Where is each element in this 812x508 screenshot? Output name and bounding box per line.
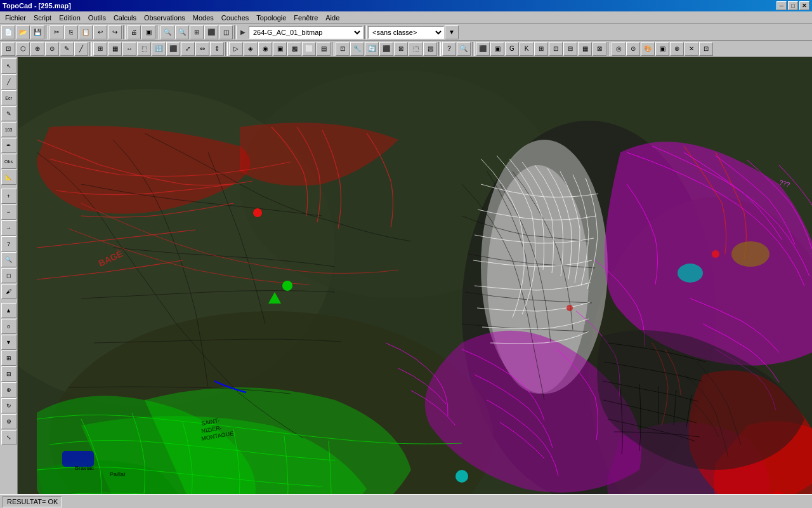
tb-dropdown-arrow[interactable]: ▼ [445, 25, 459, 39]
menu-observations[interactable]: Observations [140, 13, 189, 23]
tb2-b11[interactable]: 🔢 [152, 42, 166, 56]
menu-outils[interactable]: Outils [84, 13, 110, 23]
tb2-b44[interactable]: ▣ [655, 42, 669, 56]
tb2-b33[interactable]: ▣ [490, 42, 504, 56]
tb2-b40[interactable]: ⊠ [593, 42, 606, 56]
tb-zoom-out[interactable]: 🔍 [175, 25, 189, 39]
tb2-b26[interactable]: ⬛ [379, 42, 393, 56]
tb-copy[interactable]: ⎘ [64, 25, 78, 39]
tb-new[interactable]: 📄 [1, 25, 15, 39]
tb-paste[interactable]: 📋 [79, 25, 93, 39]
lt-plus[interactable]: + [1, 189, 16, 204]
tb-save[interactable]: 💾 [30, 25, 44, 39]
lt-minus[interactable]: − [1, 204, 16, 220]
lt-question[interactable]: ? [1, 236, 16, 251]
minimize-button[interactable]: ─ [776, 1, 787, 10]
tb-cut[interactable]: ✂ [49, 25, 63, 39]
tb2-b45[interactable]: ⊗ [670, 42, 684, 56]
menu-calculs[interactable]: Calculs [110, 13, 140, 23]
tb2-b7[interactable]: ⊞ [93, 42, 107, 56]
tb2-b23[interactable]: ⊡ [336, 42, 350, 56]
tb2-b21[interactable]: ⬜ [302, 42, 316, 56]
tb2-b18[interactable]: ◉ [258, 42, 272, 56]
tb2-b36[interactable]: ⊞ [534, 42, 548, 56]
lt-paint[interactable]: 🖌 [1, 284, 16, 299]
tb2-b8[interactable]: ▦ [108, 42, 122, 56]
tb2-b12[interactable]: ⬛ [166, 42, 180, 56]
lt-arrow-right[interactable]: → [1, 220, 16, 236]
maximize-button[interactable]: □ [788, 1, 798, 10]
tb2-b34[interactable]: G [505, 42, 519, 56]
tb2-b4[interactable]: ⊙ [45, 42, 59, 56]
tb2-b13[interactable]: ⤢ [181, 42, 195, 56]
lt-obs[interactable]: Obs [1, 154, 16, 169]
menu-edition[interactable]: Edition [55, 13, 84, 23]
lt-grid[interactable]: ⊟ [1, 366, 16, 382]
menu-fichier[interactable]: Fichier [1, 13, 30, 23]
lt-nav-down[interactable]: ▼ [1, 335, 16, 350]
menu-fenetre[interactable]: Fenêtre [290, 13, 322, 23]
tb2-b32[interactable]: ⬛ [476, 42, 490, 56]
lt-103[interactable]: 103 [1, 122, 16, 137]
lt-identify[interactable]: 🔍 [1, 252, 16, 267]
tb2-b35[interactable]: K [520, 42, 534, 56]
lt-settings[interactable]: ⚙ [1, 414, 16, 429]
tb-print[interactable]: 🖨 [127, 25, 141, 39]
tb-open[interactable]: 📂 [16, 25, 30, 39]
tb2-b38[interactable]: ⊟ [563, 42, 577, 56]
tb2-b39[interactable]: ▦ [578, 42, 592, 56]
lt-snap[interactable]: ⊕ [1, 382, 16, 398]
layer-dropdown[interactable]: 264-G_AC_01_bitmap [249, 26, 363, 39]
tb2-b41[interactable]: ◎ [612, 42, 625, 56]
tb2-b20[interactable]: ▩ [287, 42, 301, 56]
lt-ecr[interactable]: Ecr [1, 90, 16, 105]
tb-b1[interactable]: ⊞ [190, 25, 204, 39]
lt-pen[interactable]: ✒ [1, 138, 16, 153]
tb2-b10[interactable]: ⬚ [137, 42, 151, 56]
lt-nav-zero[interactable]: 0 [1, 319, 16, 334]
tb2-b42[interactable]: ⊙ [626, 42, 640, 56]
menu-aide[interactable]: Aide [322, 13, 343, 23]
tb2-snap[interactable]: ⊕ [30, 42, 44, 56]
lt-line[interactable]: ╱ [1, 74, 16, 90]
tb-zoom-in[interactable]: 🔍 [160, 25, 174, 39]
lt-erase[interactable]: ◻ [1, 268, 16, 283]
menu-script[interactable]: Script [30, 13, 55, 23]
menu-modes[interactable]: Modes [189, 13, 218, 23]
tb2-b9[interactable]: ↔ [122, 42, 136, 56]
tb-print2[interactable]: ▣ [141, 25, 155, 39]
tb2-b29[interactable]: ▧ [423, 42, 437, 56]
tb2-b16[interactable]: ▷ [229, 42, 243, 56]
tb2-b27[interactable]: ⊠ [394, 42, 408, 56]
lt-rotate[interactable]: ↻ [1, 398, 16, 413]
map-canvas[interactable]: BAGÉ SAINT- NIZIER- MONTAGUE Braviac Pai… [18, 57, 812, 494]
tb2-b5[interactable]: ✎ [60, 42, 74, 56]
lt-select[interactable]: ↖ [1, 58, 16, 74]
tb2-b14[interactable]: ⇔ [195, 42, 209, 56]
tb2-b15[interactable]: ⇕ [210, 42, 224, 56]
menu-topologie[interactable]: Topologie [252, 13, 290, 23]
lt-transform[interactable]: ⤡ [1, 430, 16, 445]
tb2-b37[interactable]: ⊡ [549, 42, 563, 56]
tb2-b1[interactable]: ⊡ [1, 42, 15, 56]
tb-undo[interactable]: ↩ [93, 25, 107, 39]
lt-nav-up[interactable]: ▲ [1, 303, 16, 318]
menu-couches[interactable]: Couches [218, 13, 252, 23]
tb2-b31[interactable]: 🔍 [457, 42, 471, 56]
tb2-b30[interactable]: ? [442, 42, 456, 56]
tb2-b19[interactable]: ▣ [273, 42, 287, 56]
tb-redo[interactable]: ↪ [108, 25, 122, 39]
tb2-b47[interactable]: ⊡ [699, 42, 713, 56]
tb2-b6[interactable]: ╱ [74, 42, 88, 56]
lt-measure[interactable]: 📐 [1, 170, 16, 185]
lt-layer[interactable]: ⊞ [1, 351, 16, 366]
tb2-b28[interactable]: ⬚ [409, 42, 422, 56]
tb2-b22[interactable]: ▤ [317, 42, 331, 56]
class-dropdown[interactable]: <sans classe> [368, 26, 444, 39]
tb2-b46[interactable]: ✕ [684, 42, 698, 56]
tb2-b24[interactable]: 🔧 [350, 42, 364, 56]
tb-b2[interactable]: ⬛ [204, 25, 218, 39]
tb-b3[interactable]: ◫ [219, 25, 233, 39]
tb2-b17[interactable]: ◈ [244, 42, 258, 56]
lt-edit[interactable]: ✎ [1, 106, 16, 121]
